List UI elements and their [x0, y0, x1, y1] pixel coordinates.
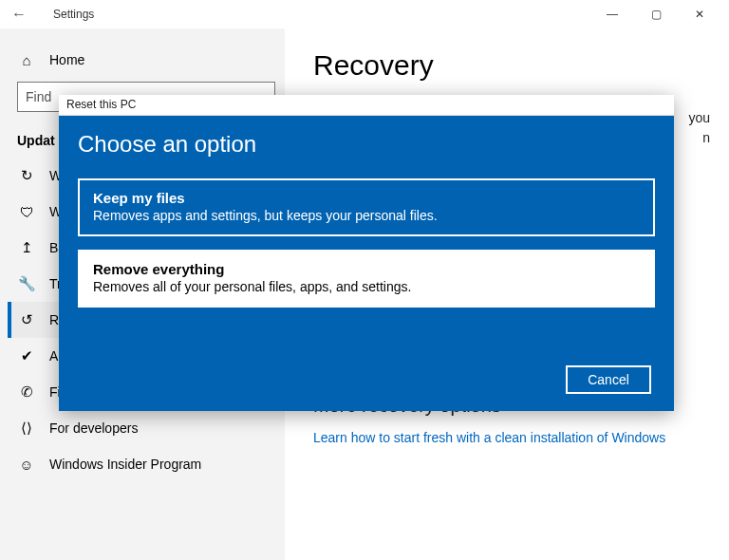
code-icon: ⟨⟩ — [17, 420, 36, 437]
option-desc: Removes apps and settings, but keeps you… — [93, 208, 640, 223]
backup-icon: ↥ — [17, 239, 36, 256]
titlebar: ← Settings — ▢ ✕ — [0, 0, 729, 28]
history-icon: ↺ — [17, 311, 36, 328]
dialog-heading: Choose an option — [78, 131, 655, 158]
device-icon: ✆ — [17, 383, 36, 401]
sidebar-home[interactable]: ⌂ Home — [8, 42, 285, 78]
back-icon[interactable]: ← — [8, 6, 30, 23]
cancel-label: Cancel — [588, 372, 629, 387]
option-remove-everything[interactable]: Remove everything Removes all of your pe… — [78, 250, 655, 308]
check-circle-icon: ✔ — [17, 347, 36, 364]
insider-icon: ☺ — [17, 457, 36, 473]
option-title: Keep my files — [93, 190, 640, 206]
sidebar-home-label: Home — [49, 52, 84, 67]
home-icon: ⌂ — [17, 52, 36, 68]
reset-pc-dialog: Reset this PC Choose an option Keep my f… — [59, 95, 674, 411]
sync-icon: ↻ — [17, 167, 36, 184]
sidebar-item-label: A — [49, 348, 58, 364]
sidebar-item-label: For developers — [49, 420, 138, 436]
search-placeholder: Find — [26, 89, 51, 104]
sidebar-item-for-developers[interactable]: ⟨⟩ For developers — [8, 410, 285, 446]
option-keep-my-files[interactable]: Keep my files Removes apps and settings,… — [78, 178, 655, 236]
option-desc: Removes all of your personal files, apps… — [93, 279, 640, 294]
wrench-icon: 🔧 — [17, 275, 36, 292]
sidebar-item-insider[interactable]: ☺ Windows Insider Program — [8, 446, 285, 482]
minimize-button[interactable]: — — [590, 0, 634, 28]
window-controls: — ▢ ✕ — [590, 0, 721, 28]
option-title: Remove everything — [93, 261, 640, 277]
shield-icon: 🛡 — [17, 204, 36, 220]
maximize-button[interactable]: ▢ — [634, 0, 678, 28]
close-button[interactable]: ✕ — [678, 0, 721, 28]
cancel-button[interactable]: Cancel — [566, 365, 651, 394]
sidebar-item-label: Windows Insider Program — [49, 457, 201, 472]
start-fresh-link[interactable]: Learn how to start fresh with a clean in… — [313, 430, 718, 445]
page-title: Recovery — [313, 49, 718, 82]
dialog-title: Reset this PC — [59, 95, 674, 116]
window-title: Settings — [53, 8, 94, 21]
